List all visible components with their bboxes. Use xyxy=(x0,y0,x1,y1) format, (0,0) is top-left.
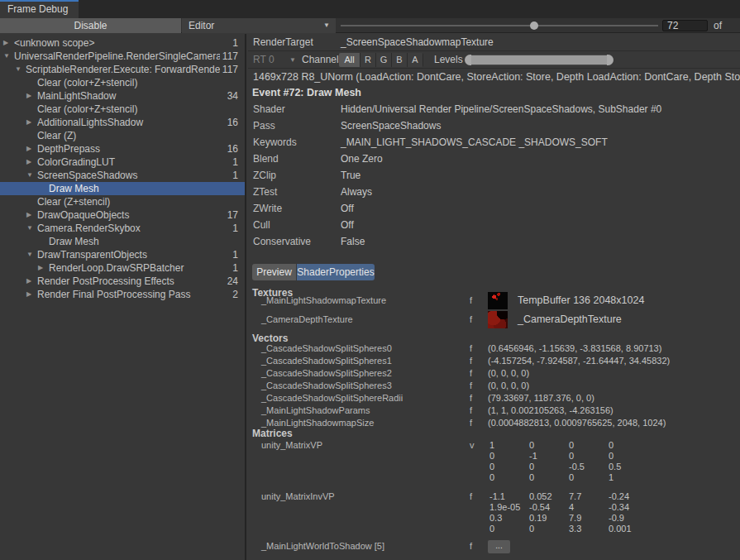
tree-item-count: 16 xyxy=(227,142,238,156)
detail-row: BlendOne Zero xyxy=(248,153,740,170)
vector-name: _CascadeShadowSplitSpheres3 xyxy=(261,381,392,390)
tree-item[interactable]: Clear (Z) xyxy=(0,129,245,142)
texture-thumbnail-shadowmap[interactable] xyxy=(488,292,508,309)
tree-item[interactable]: ▶DrawOpaqueObjects17 xyxy=(0,208,245,222)
render-target-label: RenderTarget xyxy=(253,36,313,48)
detail-label: Pass xyxy=(253,120,275,132)
matrix-cell: -0.9 xyxy=(609,513,624,523)
expand-matrix-array-button[interactable]: ... xyxy=(488,540,510,553)
vector-value: (0.6456946, -1.15639, -3.831568, 8.90713… xyxy=(488,343,661,353)
frame-number-input[interactable] xyxy=(662,20,708,31)
vector-type: f xyxy=(470,368,472,378)
tree-item[interactable]: ▶Render PostProcessing Effects24 xyxy=(0,275,245,288)
disable-button[interactable]: Disable xyxy=(0,18,181,33)
tree-item[interactable]: ▼Camera.RenderSkybox1 xyxy=(0,222,245,235)
tree-item[interactable]: ▶ColorGradingLUT1 xyxy=(0,156,245,169)
tree-item[interactable]: Draw Mesh xyxy=(0,182,245,195)
foldout-collapsed-icon[interactable]: ▶ xyxy=(38,261,43,275)
tree-item[interactable]: Clear (color+Z+stencil) xyxy=(0,76,245,89)
levels-min-handle[interactable] xyxy=(465,55,471,65)
detail-row: CullOff xyxy=(248,219,740,236)
frame-slider-track[interactable] xyxy=(341,25,658,26)
channel-button-g[interactable]: G xyxy=(376,53,392,67)
tree-item[interactable]: ▶MainLightShadow34 xyxy=(0,89,245,103)
tree-item[interactable]: ▼DrawTransparentObjects1 xyxy=(0,248,245,261)
foldout-collapsed-icon[interactable]: ▶ xyxy=(26,89,31,103)
texture-type: f xyxy=(470,314,472,324)
buffer-info: 1469x728 R8_UNorm (LoadAction: DontCare,… xyxy=(253,71,740,84)
tab-preview[interactable]: Preview xyxy=(252,264,296,280)
frame-slider[interactable] xyxy=(341,18,658,33)
tree-item-label: Clear (Z) xyxy=(37,129,220,142)
tree-item-label: DrawOpaqueObjects xyxy=(37,208,220,222)
tree-item[interactable]: Draw Mesh xyxy=(0,235,245,248)
matrix-type: f xyxy=(470,541,472,551)
render-target-value: _ScreenSpaceShadowmapTexture xyxy=(341,36,494,48)
foldout-collapsed-icon[interactable]: ▶ xyxy=(26,116,31,129)
tree-item-label: MainLightShadow xyxy=(37,89,220,103)
tree-item-label: Render Final PostProcessing Pass xyxy=(37,288,220,301)
tree-item-count: 17 xyxy=(227,208,238,222)
tree-item[interactable]: ▼UniversalRenderPipeline.RenderSingleCam… xyxy=(0,50,245,63)
event-tree: ▶<unknown scope>1▼UniversalRenderPipelin… xyxy=(0,34,246,560)
matrices-section-header: Matrices xyxy=(252,428,293,439)
vector-name: _CascadeShadowSplitSpheres0 xyxy=(261,343,392,353)
tree-item-label: Camera.RenderSkybox xyxy=(37,222,220,235)
foldout-collapsed-icon[interactable]: ▶ xyxy=(3,36,8,50)
tree-item[interactable]: ▼ScreenSpaceShadows1 xyxy=(0,169,245,182)
tree-item[interactable]: ▶DepthPrepass16 xyxy=(0,142,245,156)
vector-type: f xyxy=(470,393,472,403)
detail-label: Conservative xyxy=(253,236,311,247)
levels-max-handle[interactable] xyxy=(607,55,613,65)
foldout-expanded-icon[interactable]: ▼ xyxy=(15,63,21,76)
rt-index-value: RT 0 xyxy=(253,54,275,65)
detail-value: False xyxy=(341,236,365,247)
detail-value: Hidden/Universal Render Pipeline/ScreenS… xyxy=(341,103,661,115)
foldout-expanded-icon[interactable]: ▼ xyxy=(26,222,33,235)
texture-value: TempBuffer 136 2048x1024 xyxy=(518,294,644,306)
rt-index-dropdown[interactable]: RT 0 ▼ xyxy=(253,53,296,67)
tree-item[interactable]: ▶RenderLoop.DrawSRPBatcher1 xyxy=(0,261,245,275)
foldout-collapsed-icon[interactable]: ▶ xyxy=(26,142,31,156)
tree-item-count: 16 xyxy=(227,116,238,129)
editor-dropdown-value: Editor xyxy=(189,20,214,31)
channel-button-b[interactable]: B xyxy=(392,53,408,67)
frame-slider-thumb[interactable] xyxy=(530,22,538,30)
matrix-cell: 0 xyxy=(569,472,574,482)
tree-item-label: Clear (Z+stencil) xyxy=(37,195,220,208)
tree-item[interactable]: ▶<unknown scope>1 xyxy=(0,36,245,50)
matrix-cell: 3.3 xyxy=(569,524,581,534)
foldout-collapsed-icon[interactable]: ▶ xyxy=(26,288,31,301)
foldout-expanded-icon[interactable]: ▼ xyxy=(3,50,10,63)
foldout-collapsed-icon[interactable]: ▶ xyxy=(26,208,31,222)
tree-item-count: 1 xyxy=(232,261,238,275)
foldout-expanded-icon[interactable]: ▼ xyxy=(26,169,33,182)
tab-shader-properties[interactable]: ShaderProperties xyxy=(297,264,375,280)
tree-item[interactable]: Clear (color+Z+stencil) xyxy=(0,103,245,116)
tree-item[interactable]: ▼ScriptableRenderer.Execute: ForwardRend… xyxy=(0,63,245,76)
tree-item[interactable]: ▶Render Final PostProcessing Pass2 xyxy=(0,288,245,301)
matrix-cell: -0.5 xyxy=(569,462,585,471)
tree-item[interactable]: Clear (Z+stencil) xyxy=(0,195,245,208)
texture-thumbnail-depth[interactable] xyxy=(488,311,508,328)
detail-value: Off xyxy=(341,219,354,231)
matrix-cell: 0 xyxy=(529,440,534,450)
matrix-cell: 0.3 xyxy=(489,513,502,523)
editor-dropdown[interactable]: Editor ▼ xyxy=(182,18,336,33)
tree-item[interactable]: ▶AdditionalLightsShadow16 xyxy=(0,116,245,129)
matrix-cell: -0.24 xyxy=(609,491,629,501)
foldout-expanded-icon[interactable]: ▼ xyxy=(26,248,33,261)
tree-item-count: 34 xyxy=(227,89,238,103)
levels-range-slider[interactable] xyxy=(465,55,613,65)
tab-frame-debug[interactable]: Frame Debug xyxy=(0,0,79,18)
tree-item-label: DrawTransparentObjects xyxy=(37,248,220,261)
levels-range-fill xyxy=(470,55,608,65)
tree-item-label: DepthPrepass xyxy=(37,142,220,156)
channel-button-all[interactable]: All xyxy=(339,53,360,67)
levels-label: Levels xyxy=(434,54,463,65)
channel-button-a[interactable]: A xyxy=(408,53,423,67)
foldout-collapsed-icon[interactable]: ▶ xyxy=(26,275,31,288)
texture-value: _CameraDepthTexture xyxy=(518,314,622,325)
foldout-collapsed-icon[interactable]: ▶ xyxy=(26,156,31,169)
channel-button-r[interactable]: R xyxy=(360,53,376,67)
